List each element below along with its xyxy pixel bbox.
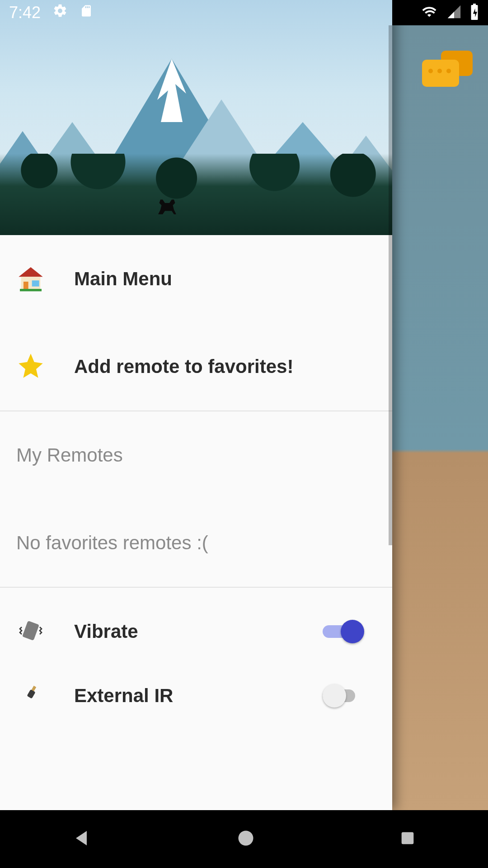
chat-icon[interactable]: [422, 51, 473, 92]
drawer-header-image: [0, 0, 392, 235]
svg-rect-4: [20, 289, 42, 291]
drawer-section-my-remotes: My Remotes: [0, 411, 392, 499]
drawer-item-label: External IR: [74, 685, 173, 707]
svg-rect-3: [32, 280, 39, 286]
svg-marker-0: [19, 267, 42, 277]
drawer-item-add-favorite[interactable]: Add remote to favorites!: [0, 323, 392, 410]
status-bar: 7:42: [0, 0, 488, 25]
empty-state-text: No favorites remotes :(: [16, 532, 208, 554]
svg-rect-5: [22, 621, 39, 641]
star-icon: [16, 351, 45, 382]
svg-rect-9: [402, 832, 414, 844]
drawer-item-label: Add remote to favorites!: [74, 356, 293, 377]
wifi-icon: [420, 4, 438, 21]
plug-icon: [16, 684, 45, 708]
drawer-item-external-ir[interactable]: External IR: [0, 675, 392, 712]
vibrate-toggle[interactable]: [323, 620, 364, 643]
cell-signal-icon: [446, 4, 462, 21]
drawer-item-label: Vibrate: [74, 621, 138, 642]
vibrate-icon: [16, 616, 45, 647]
svg-point-8: [239, 831, 253, 846]
status-time: 7:42: [9, 3, 41, 22]
screen: 7:42: [0, 0, 488, 868]
drawer-list[interactable]: Main Menu Add remote to favorites! My Re…: [0, 235, 392, 810]
house-icon: [16, 264, 45, 294]
svg-rect-2: [23, 282, 28, 290]
sd-card-icon: [80, 3, 93, 23]
scrollbar[interactable]: [389, 25, 392, 545]
drawer-item-label: Main Menu: [74, 268, 172, 290]
system-nav-bar: [0, 810, 488, 868]
nav-back-button[interactable]: [71, 827, 93, 851]
gear-icon: [52, 3, 68, 23]
svg-rect-7: [27, 689, 35, 699]
section-title: My Remotes: [16, 444, 123, 466]
external-ir-toggle[interactable]: [323, 684, 364, 708]
battery-charging-icon: [470, 4, 479, 22]
drawer-empty-remotes: No favorites remotes :(: [0, 499, 392, 587]
drawer-item-main-menu[interactable]: Main Menu: [0, 235, 392, 323]
drawer-item-vibrate[interactable]: Vibrate: [0, 588, 392, 675]
nav-home-button[interactable]: [236, 828, 256, 850]
nav-drawer: Main Menu Add remote to favorites! My Re…: [0, 0, 392, 810]
nav-recent-button[interactable]: [399, 829, 417, 849]
